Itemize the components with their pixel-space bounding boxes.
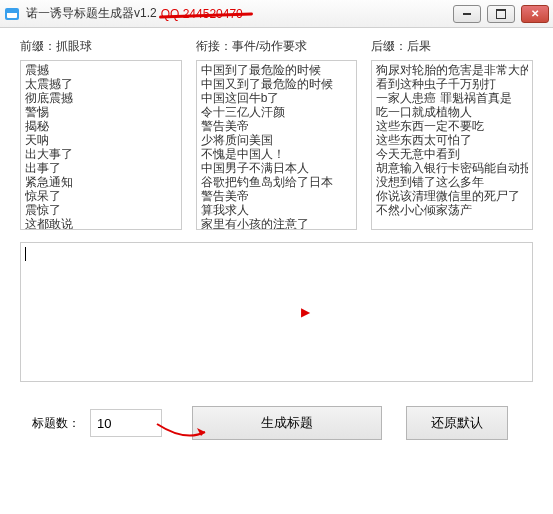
list-item[interactable]: 这些东西一定不要吃 (376, 119, 528, 133)
list-item[interactable]: 天呐 (25, 133, 177, 147)
prefix-column: 前缀：抓眼球 震撼太震撼了彻底震撼警惕揭秘天呐出大事了出事了紧急通知惊呆了震惊了… (20, 38, 182, 230)
list-item[interactable]: 今天无意中看到 (376, 147, 528, 161)
list-item[interactable]: 你说该清理微信里的死尸了 (376, 189, 528, 203)
bridge-listbox[interactable]: 中国到了最危险的时候中国又到了最危险的时候中国这回牛b了令十三亿人汗颜警告美帝少… (196, 60, 358, 230)
suffix-column: 后缀：后果 狗尿对轮胎的危害是非常大的看到这种虫子千万别打一家人患癌 罪魁祸首真… (371, 38, 533, 230)
maximize-button[interactable] (487, 5, 515, 23)
list-item[interactable]: 一家人患癌 罪魁祸首真是 (376, 91, 528, 105)
window-title: 诺一诱导标题生成器v1.2 (26, 5, 157, 22)
text-cursor (25, 247, 26, 261)
list-item[interactable]: 太震撼了 (25, 77, 177, 91)
list-item[interactable]: 中国这回牛b了 (201, 91, 353, 105)
count-input[interactable] (90, 409, 162, 437)
list-item[interactable]: 警告美帝 (201, 189, 353, 203)
list-item[interactable]: 警告美帝 (201, 119, 353, 133)
list-item[interactable]: 谷歌把钓鱼岛划给了日本 (201, 175, 353, 189)
bridge-column: 衔接：事件/动作要求 中国到了最危险的时候中国又到了最危险的时候中国这回牛b了令… (196, 38, 358, 230)
count-label: 标题数： (32, 415, 80, 432)
list-item[interactable]: 出大事了 (25, 147, 177, 161)
bottom-bar: 标题数： 生成标题 还原默认 (20, 406, 533, 440)
suffix-label: 后缀：后果 (371, 38, 533, 56)
reset-button[interactable]: 还原默认 (406, 406, 508, 440)
list-item[interactable]: 家里有小孩的注意了 (201, 217, 353, 230)
prefix-label: 前缀：抓眼球 (20, 38, 182, 56)
play-icon: ▶ (301, 305, 310, 319)
client-area: 前缀：抓眼球 震撼太震撼了彻底震撼警惕揭秘天呐出大事了出事了紧急通知惊呆了震惊了… (0, 28, 553, 452)
list-item[interactable]: 不然小心倾家荡产 (376, 203, 528, 217)
bridge-label: 衔接：事件/动作要求 (196, 38, 358, 56)
generate-button[interactable]: 生成标题 (192, 406, 382, 440)
list-item[interactable]: 揭秘 (25, 119, 177, 133)
output-textbox[interactable]: ▶ (20, 242, 533, 382)
minimize-button[interactable] (453, 5, 481, 23)
list-item[interactable]: 出事了 (25, 161, 177, 175)
app-icon (4, 6, 20, 22)
titlebar: 诺一诱导标题生成器v1.2 QQ 244520470 (0, 0, 553, 28)
list-item[interactable]: 没想到错了这么多年 (376, 175, 528, 189)
list-item[interactable]: 紧急通知 (25, 175, 177, 189)
list-item[interactable]: 彻底震撼 (25, 91, 177, 105)
list-item[interactable]: 震撼 (25, 63, 177, 77)
list-item[interactable]: 惊呆了 (25, 189, 177, 203)
list-item[interactable]: 中国又到了最危险的时候 (201, 77, 353, 91)
list-item[interactable]: 算我求人 (201, 203, 353, 217)
list-item[interactable]: 令十三亿人汗颜 (201, 105, 353, 119)
list-item[interactable]: 这都敢说 (25, 217, 177, 230)
qq-text: QQ 244520470 (161, 7, 243, 21)
list-item[interactable]: 中国到了最危险的时候 (201, 63, 353, 77)
svg-rect-2 (7, 10, 17, 13)
list-item[interactable]: 胡意输入银行卡密码能自动报警 (376, 161, 528, 175)
list-item[interactable]: 狗尿对轮胎的危害是非常大的 (376, 63, 528, 77)
list-item[interactable]: 吃一口就成植物人 (376, 105, 528, 119)
list-item[interactable]: 看到这种虫子千万别打 (376, 77, 528, 91)
close-button[interactable] (521, 5, 549, 23)
list-item[interactable]: 不愧是中国人！ (201, 147, 353, 161)
list-item[interactable]: 中国男子不满日本人 (201, 161, 353, 175)
list-item[interactable]: 少将质问美国 (201, 133, 353, 147)
prefix-listbox[interactable]: 震撼太震撼了彻底震撼警惕揭秘天呐出大事了出事了紧急通知惊呆了震惊了这都敢说哪个大… (20, 60, 182, 230)
list-item[interactable]: 警惕 (25, 105, 177, 119)
list-item[interactable]: 震惊了 (25, 203, 177, 217)
list-item[interactable]: 这些东西太可怕了 (376, 133, 528, 147)
suffix-listbox[interactable]: 狗尿对轮胎的危害是非常大的看到这种虫子千万别打一家人患癌 罪魁祸首真是吃一口就成… (371, 60, 533, 230)
